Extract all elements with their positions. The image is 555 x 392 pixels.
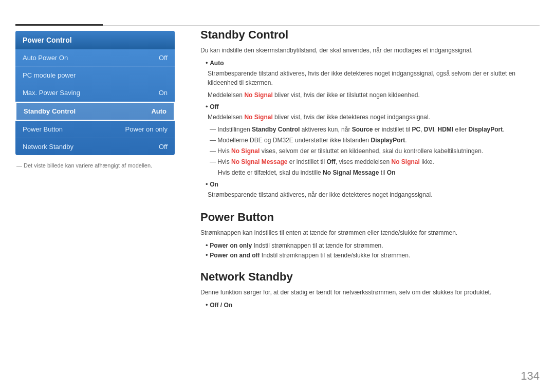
- menu-item-pc-module-power[interactable]: PC module power: [15, 67, 175, 84]
- network-standby-desc: Denne funktion sørger for, at der stadig…: [200, 288, 540, 297]
- bullet-auto-text2: Meddelelsen No Signal bliver vist, hvis …: [208, 90, 540, 100]
- power-button-title: Power Button: [200, 211, 540, 224]
- bullet-off: Off: [206, 103, 540, 110]
- network-standby-title: Network Standby: [200, 270, 540, 284]
- panel-note: Det viste billede kan variere afhængigt …: [15, 162, 175, 169]
- menu-item-standby-label: Standby Control: [24, 107, 76, 115]
- standby-control-title: Standby Control: [200, 28, 540, 42]
- bullet-power-on-only: Power on only Indstil strømknappen til a…: [206, 241, 540, 249]
- bullet-off-text: Meddelelsen No Signal bliver vist, hvis …: [208, 113, 540, 122]
- bullet-auto: Auto: [206, 59, 540, 67]
- dash-item-4: Hvis No Signal Message er indstillet til…: [210, 157, 540, 166]
- section-power-button: Power Button Strømknappen kan indstilles…: [200, 211, 540, 259]
- top-bar-line-active: [15, 24, 103, 26]
- standby-control-desc: Du kan indstille den skærmstandbytilstan…: [200, 46, 540, 55]
- bullet-power-on-only-label: Power on only: [210, 242, 252, 249]
- menu-item-auto-power-on-label: Auto Power On: [23, 54, 68, 62]
- menu-item-auto-power-on-value: Off: [159, 54, 168, 62]
- bullet-off-on: Off / On: [206, 301, 540, 309]
- bullet-off-on-label: Off / On: [210, 302, 232, 309]
- bullet-on: On: [206, 180, 540, 188]
- bullet-auto-text1: Strømbesparende tilstand aktiveres, hvis…: [208, 69, 540, 87]
- page-number: 134: [521, 369, 540, 383]
- menu-item-max-power-value: On: [159, 89, 168, 97]
- menu-item-standby-value: Auto: [151, 107, 166, 115]
- menu-item-max-power-label: Max. Power Saving: [23, 89, 80, 97]
- menu-item-network-standby[interactable]: Network Standby Off: [15, 138, 175, 155]
- bullet-on-label: On: [210, 181, 218, 188]
- menu-item-auto-power-on[interactable]: Auto Power On Off: [15, 49, 175, 67]
- power-control-box: Power Control Auto Power On Off PC modul…: [15, 31, 175, 155]
- top-bar: [0, 0, 555, 26]
- bullet-power-on-off: Power on and off Indstil strømknappen ti…: [206, 251, 540, 259]
- section-standby-control: Standby Control Du kan indstille den skæ…: [200, 28, 540, 199]
- section-network-standby: Network Standby Denne funktion sørger fo…: [200, 270, 540, 309]
- menu-item-power-button-value: Power on only: [125, 125, 168, 133]
- dash-item-2: Modellerne DBE og DM32E understøtter ikk…: [210, 136, 540, 145]
- top-bar-line-inactive: [103, 25, 540, 26]
- power-control-title: Power Control: [15, 31, 175, 49]
- menu-item-power-button-label: Power Button: [23, 125, 63, 133]
- menu-item-pc-module-label: PC module power: [23, 71, 76, 79]
- bullet-on-text: Strømbesparende tilstand aktiveres, når …: [208, 190, 540, 199]
- bullet-off-label: Off: [210, 103, 218, 110]
- dash-item-1: Indstillingen Standby Control aktiveres …: [210, 125, 540, 134]
- bullet-auto-label: Auto: [210, 60, 224, 67]
- power-button-desc: Strømknappen kan indstilles til enten at…: [200, 228, 540, 237]
- menu-item-standby-control[interactable]: Standby Control Auto: [15, 102, 175, 121]
- menu-item-power-button[interactable]: Power Button Power on only: [15, 121, 175, 138]
- dash-sub-item: Hvis dette er tilfældet, skal du indstil…: [218, 168, 540, 177]
- dash-item-3: Hvis No Signal vises, selvom der er tils…: [210, 146, 540, 156]
- right-content: Standby Control Du kan indstille den skæ…: [200, 28, 540, 377]
- menu-item-max-power-saving[interactable]: Max. Power Saving On: [15, 84, 175, 102]
- left-panel: Power Control Auto Power On Off PC modul…: [15, 31, 175, 169]
- menu-item-network-standby-value: Off: [159, 143, 168, 151]
- menu-item-network-standby-label: Network Standby: [23, 143, 73, 151]
- bullet-power-on-off-label: Power on and off: [210, 252, 260, 259]
